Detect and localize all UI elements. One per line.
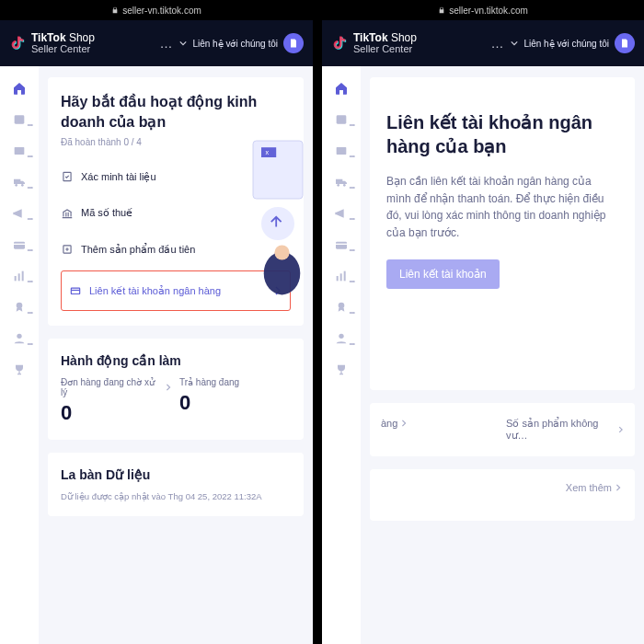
- todo-title: Hành động cần làm: [61, 353, 291, 368]
- svg-point-22: [337, 184, 339, 187]
- header-menu-ellipsis[interactable]: …: [157, 36, 174, 51]
- nav-home-icon[interactable]: [12, 81, 27, 96]
- svg-point-3: [21, 184, 24, 187]
- header-round-button[interactable]: [283, 33, 304, 53]
- svg-rect-15: [261, 147, 276, 157]
- nav-trophy-icon[interactable]: [334, 362, 349, 377]
- nav-account-icon[interactable]: •••: [12, 331, 27, 346]
- chevron-right-icon: [400, 420, 408, 427]
- contact-link[interactable]: Liên hệ với chúng tôi: [523, 39, 609, 49]
- svg-point-23: [343, 184, 346, 187]
- svg-rect-13: [71, 288, 79, 293]
- svg-rect-6: [15, 276, 17, 281]
- svg-rect-27: [340, 273, 342, 281]
- todo-card: Hành động cần làm Đơn hàng đang chờ xử l…: [48, 339, 304, 440]
- compass-updated: Dữ liệu được cập nhật vào Thg 04 25, 202…: [61, 491, 291, 501]
- svg-rect-24: [336, 242, 347, 249]
- nav-finance-icon[interactable]: •••: [12, 237, 27, 252]
- app-header: TikTok Shop Seller Center … Liên hệ với …: [322, 20, 644, 66]
- svg-point-29: [339, 303, 345, 309]
- link-bank-desc: Bạn cần liên kết tài khoản ngân hàng của…: [386, 173, 618, 241]
- see-more-card: Xem thêm: [370, 469, 635, 521]
- svg-point-2: [15, 184, 17, 187]
- nav-trophy-icon[interactable]: [12, 362, 27, 377]
- nav-shipping-icon[interactable]: •••: [12, 175, 27, 190]
- nav-shipping-icon[interactable]: •••: [334, 175, 349, 190]
- stat-cell-a[interactable]: àng: [381, 418, 499, 429]
- chevron-down-icon: [179, 40, 187, 47]
- svg-text:x: x: [266, 148, 270, 156]
- link-bank-title: Liên kết tài khoản ngân hàng của bạn: [386, 110, 618, 158]
- todo-pending-orders[interactable]: Đơn hàng đang chờ xử lý 0: [61, 377, 172, 425]
- svg-rect-25: [336, 244, 347, 245]
- sidebar-right: ••• ••• ••• ••• ••• ••• ••• •••: [322, 66, 361, 644]
- svg-rect-26: [337, 276, 339, 281]
- lock-icon: [438, 6, 445, 14]
- nav-growth-icon[interactable]: •••: [12, 300, 27, 315]
- see-more-link[interactable]: Xem thêm: [566, 482, 622, 493]
- app-header: TikTok Shop Seller Center … Liên hệ với …: [0, 20, 313, 66]
- nav-finance-icon[interactable]: •••: [334, 237, 349, 252]
- nav-marketing-icon[interactable]: •••: [334, 206, 349, 221]
- bank-icon: [61, 207, 74, 220]
- tiktok-logo-icon: [9, 35, 26, 52]
- nav-orders-icon[interactable]: •••: [334, 112, 349, 127]
- chevron-right-icon: [617, 426, 624, 433]
- main-content-right: Liên kết tài khoản ngân hàng của bạn Bạn…: [361, 66, 644, 644]
- svg-rect-20: [337, 115, 347, 123]
- onboarding-title: Hãy bắt đầu hoạt động kinh doanh của bạn: [61, 92, 291, 132]
- brand-text: TikTok Shop Seller Center: [353, 32, 417, 54]
- chevron-down-icon: [511, 40, 518, 47]
- main-content-left: Hãy bắt đầu hoạt động kinh doanh của bạn…: [39, 66, 313, 644]
- nav-analytics-icon[interactable]: •••: [334, 269, 349, 283]
- lock-icon: [111, 6, 119, 14]
- nav-growth-icon[interactable]: •••: [334, 300, 349, 315]
- todo-returns[interactable]: Trả hàng đang 0: [179, 377, 291, 425]
- card-icon: [69, 284, 82, 297]
- chevron-right-icon: [615, 484, 622, 491]
- url-bar: seller-vn.tiktok.com: [322, 0, 644, 20]
- nav-marketing-icon[interactable]: •••: [12, 206, 27, 221]
- stat-cell-b[interactable]: Số sản phẩm không vư…: [506, 418, 624, 442]
- header-round-button[interactable]: [615, 33, 635, 53]
- svg-rect-0: [15, 115, 25, 123]
- onboarding-card: Hãy bắt đầu hoạt động kinh doanh của bạn…: [48, 77, 304, 326]
- link-bank-card: Liên kết tài khoản ngân hàng của bạn Bạn…: [370, 77, 635, 390]
- svg-rect-21: [337, 147, 347, 155]
- url-text: seller-vn.tiktok.com: [122, 6, 201, 16]
- svg-rect-4: [14, 242, 25, 249]
- svg-rect-7: [18, 273, 20, 281]
- compass-title: La bàn Dữ liệu: [61, 467, 291, 482]
- nav-analytics-icon[interactable]: •••: [12, 269, 27, 283]
- svg-point-10: [17, 334, 21, 339]
- contact-link[interactable]: Liên hệ với chúng tôi: [192, 39, 278, 49]
- brand-text: TikTok Shop Seller Center: [31, 32, 95, 54]
- svg-point-30: [339, 334, 343, 339]
- nav-home-icon[interactable]: [334, 81, 349, 96]
- nav-products-icon[interactable]: •••: [12, 144, 27, 158]
- nav-products-icon[interactable]: •••: [334, 144, 349, 158]
- sidebar-left: ••• ••• ••• ••• ••• ••• ••• •••: [0, 66, 39, 644]
- compass-card: La bàn Dữ liệu Dữ liệu được cập nhật vào…: [48, 453, 304, 516]
- svg-point-19: [274, 245, 289, 259]
- svg-rect-8: [22, 271, 24, 282]
- url-text: seller-vn.tiktok.com: [449, 6, 528, 16]
- plus-box-icon: [61, 243, 74, 256]
- screen-left: seller-vn.tiktok.com TikTok Shop Seller …: [0, 0, 322, 644]
- doc-check-icon: [61, 170, 74, 183]
- stats-row: àng Số sản phẩm không vư…: [370, 403, 635, 456]
- chevron-right-icon: [165, 384, 172, 391]
- link-bank-button[interactable]: Liên kết tài khoản: [386, 259, 500, 289]
- screen-right: seller-vn.tiktok.com TikTok Shop Seller …: [322, 0, 644, 644]
- nav-orders-icon[interactable]: •••: [12, 112, 27, 127]
- svg-rect-14: [253, 141, 303, 199]
- svg-rect-5: [14, 244, 25, 245]
- onboarding-illustration: x: [245, 132, 311, 298]
- document-icon: [288, 38, 299, 49]
- nav-account-icon[interactable]: •••: [334, 331, 349, 346]
- url-bar: seller-vn.tiktok.com: [0, 0, 313, 20]
- tiktok-logo-icon: [331, 35, 348, 52]
- svg-rect-1: [15, 147, 25, 155]
- document-icon: [619, 38, 630, 49]
- header-menu-ellipsis[interactable]: …: [489, 36, 505, 51]
